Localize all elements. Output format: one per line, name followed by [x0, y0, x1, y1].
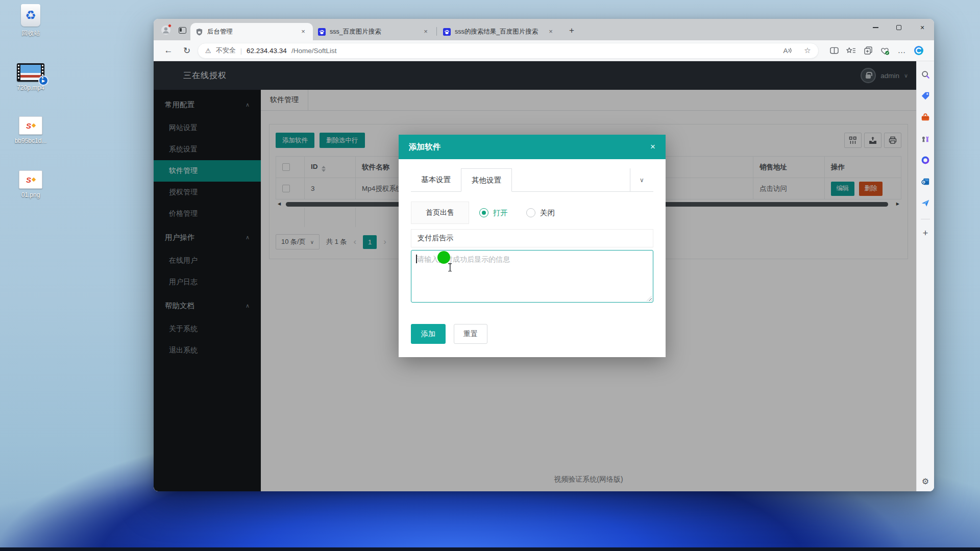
games-chess-icon: [921, 134, 930, 143]
more-menu-button[interactable]: …: [893, 42, 910, 59]
split-screen-button[interactable]: [826, 42, 843, 59]
favorites-button[interactable]: [843, 42, 860, 59]
baidu-favicon-icon: [318, 28, 326, 36]
url-field[interactable]: ⚠ 不安全 | 62.234.43.34/Home/SoftList A ☆: [198, 43, 819, 59]
browser-essentials-button[interactable]: [876, 42, 893, 59]
collections-button[interactable]: [860, 42, 876, 59]
home-sale-field: 首页出售 打开 关闭: [411, 202, 653, 224]
copilot-button[interactable]: [910, 42, 927, 59]
minimize-icon: [873, 27, 878, 28]
tab-admin[interactable]: 后台管理 ×: [190, 23, 313, 40]
sidebar-send-button[interactable]: [917, 192, 934, 214]
tab-other-settings[interactable]: 其他设置: [461, 168, 512, 192]
video-file-icon: ▶: [17, 63, 44, 82]
browser-address-bar: ← ↻ ⚠ 不安全 | 62.234.43.34/Home/SoftList A…: [154, 40, 934, 61]
modal-tab-bar: 基本设置 其他设置 ∨: [411, 168, 653, 192]
media-player-badge-icon: ▶: [38, 76, 48, 86]
sidebar-search-button[interactable]: [917, 64, 934, 85]
tab-baidu-results[interactable]: sss的搜索结果_百度图片搜索 ×: [438, 23, 560, 40]
refresh-button[interactable]: ↻: [179, 43, 194, 58]
paper-plane-icon: [921, 198, 930, 208]
window-controls: ×: [864, 19, 934, 36]
video-thumbnail: [20, 65, 41, 80]
desktop-icon-image-file-2[interactable]: S 01.png: [6, 170, 55, 198]
sidebar-divider: [921, 219, 930, 219]
sidebar-tools-button[interactable]: [917, 107, 934, 128]
sidebar-m365-button[interactable]: [917, 149, 934, 171]
security-label: 不安全: [216, 46, 236, 55]
desktop-icon-video-file[interactable]: ▶ 720p.mp4: [6, 63, 55, 91]
read-aloud-button[interactable]: A: [780, 43, 795, 58]
tab-separator: [436, 27, 437, 36]
close-button[interactable]: ×: [911, 19, 934, 36]
site-favicon-icon: [195, 28, 203, 36]
url-divider: |: [240, 47, 242, 55]
desktop-icon-recycle-bin[interactable]: ♻ 回收站: [6, 4, 55, 38]
image-file-icon: S: [19, 170, 42, 189]
image-file-icon: S: [19, 116, 42, 135]
recycle-bin-icon: ♻: [21, 4, 40, 27]
sidebar-add-button[interactable]: +: [917, 222, 934, 244]
radio-selected-icon: [479, 208, 488, 217]
outlook-icon: [921, 177, 930, 186]
back-button[interactable]: ←: [161, 43, 176, 58]
toolbox-icon: [921, 113, 930, 122]
radio-close-label: 关闭: [540, 208, 555, 218]
minimize-button[interactable]: [864, 19, 887, 36]
tab-title: sss的搜索结果_百度图片搜索: [455, 28, 542, 36]
tab-dropdown-button[interactable]: ∨: [630, 168, 653, 192]
modal-body: 基本设置 其他设置 ∨ 首页出售 打开 关闭 支付后告示: [399, 159, 666, 344]
read-aloud-icon: A: [783, 47, 788, 55]
image-spark-icon: [32, 178, 36, 182]
chevron-down-icon: ∨: [640, 177, 644, 184]
desktop-icon-image-file-1[interactable]: S bb95bc1d...: [6, 116, 55, 144]
maximize-button[interactable]: [887, 19, 911, 36]
microsoft365-icon: [921, 156, 930, 165]
radio-open[interactable]: 打开: [479, 208, 508, 218]
tab-basic-settings[interactable]: 基本设置: [411, 168, 461, 191]
address-bar-actions: …: [826, 42, 927, 59]
home-sale-radios: 打开 关闭: [479, 208, 555, 218]
modal-header[interactable]: 添加软件 ×: [399, 135, 666, 159]
favorite-star-button[interactable]: ☆: [800, 43, 815, 58]
profile-notification-dot: [168, 24, 172, 28]
modal-actions: 添加 重置: [411, 324, 653, 344]
text-caret: [416, 255, 417, 263]
image-logo: S: [26, 121, 31, 130]
reset-button[interactable]: 重置: [454, 324, 487, 344]
tab-title: 后台管理: [207, 28, 295, 36]
browser-profile-button[interactable]: [158, 22, 174, 38]
modal-close-icon[interactable]: ×: [650, 142, 655, 152]
radio-open-label: 打开: [493, 208, 508, 218]
submit-add-button[interactable]: 添加: [411, 324, 446, 344]
tab-baidu-search[interactable]: sss_百度图片搜索 ×: [313, 23, 435, 40]
browser-tab-strip: 后台管理 × sss_百度图片搜索 × sss的搜索结果_百度图片搜索 × + …: [154, 19, 934, 40]
tab-close-icon[interactable]: ×: [299, 27, 308, 36]
image-spark-icon: [32, 123, 36, 128]
image-logo: S: [26, 176, 31, 184]
sidebar-settings-button[interactable]: ⚙: [917, 477, 934, 486]
modal-title: 添加软件: [409, 142, 440, 153]
tab-close-icon[interactable]: ×: [421, 27, 430, 36]
browser-window: 后台管理 × sss_百度图片搜索 × sss的搜索结果_百度图片搜索 × + …: [154, 19, 934, 491]
tab-title: sss_百度图片搜索: [330, 28, 417, 36]
baidu-favicon-icon: [443, 28, 451, 36]
collections-icon: [864, 46, 872, 55]
copilot-icon: [914, 45, 924, 56]
radio-unselected-icon: [526, 208, 535, 217]
new-tab-button[interactable]: +: [565, 23, 579, 38]
tab-close-icon[interactable]: ×: [546, 27, 555, 36]
home-sale-label: 首页出售: [411, 202, 469, 224]
sidebar-shopping-button[interactable]: [917, 85, 934, 107]
sidebar-outlook-button[interactable]: [917, 171, 934, 192]
desktop-icon-label: 回收站: [21, 29, 40, 38]
browser-essentials-icon: [880, 46, 890, 55]
search-icon: [921, 70, 930, 79]
url-path: /Home/SoftList: [291, 47, 337, 55]
taskbar[interactable]: [0, 547, 980, 551]
radio-close[interactable]: 关闭: [526, 208, 555, 218]
add-software-modal: 添加软件 × 基本设置 其他设置 ∨ 首页出售 打开 关闭: [399, 135, 666, 357]
sidebar-games-button[interactable]: [917, 128, 934, 149]
browser-content: 三在线授权 admin ∨ 常用配置∧ 网站设置 系统设置 软件管理 授权管理 …: [154, 61, 934, 491]
workspaces-button[interactable]: [174, 22, 190, 38]
